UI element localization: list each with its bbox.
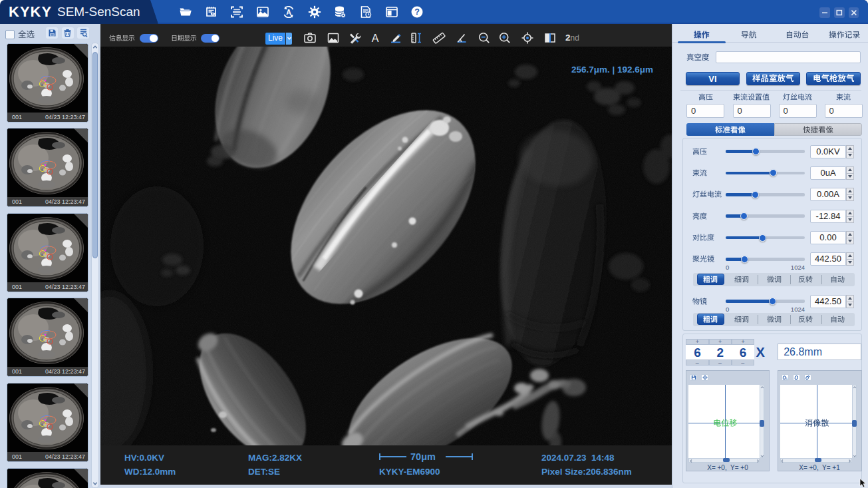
svg-text:A: A: [286, 8, 291, 16]
svg-text:A: A: [786, 377, 788, 380]
svg-text:?: ?: [414, 7, 420, 17]
svg-text:A: A: [371, 33, 378, 44]
